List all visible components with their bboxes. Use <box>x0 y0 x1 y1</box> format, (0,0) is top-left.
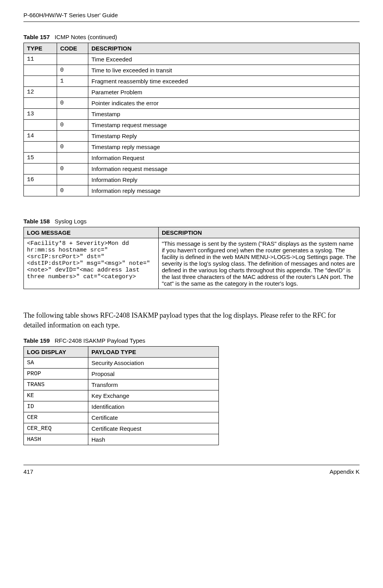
table158-caption: Table 158 Syslog Logs <box>23 218 360 225</box>
td-desc: Timestamp reply message <box>88 142 360 153</box>
table-row: PROP Proposal <box>24 369 219 379</box>
table-row: 0 Timestamp request message <box>24 120 360 131</box>
intro-paragraph: The following table shows RFC-2408 ISAKM… <box>23 311 360 330</box>
td-code <box>57 87 88 98</box>
table-row: 14 Timestamp Reply <box>24 131 360 142</box>
td-desc: Information request message <box>88 164 360 174</box>
td-code: 0 <box>57 142 88 153</box>
td-type: 14 <box>24 131 57 142</box>
table157-caption-prefix: Table 157 <box>23 34 50 40</box>
page-footer: 417 Appendix K <box>23 465 360 475</box>
td-payload-type: Hash <box>88 434 219 445</box>
table-row: 1 Fragment reassembly time exceeded <box>24 76 360 87</box>
th-type: TYPE <box>24 43 57 54</box>
td-log-display: CER <box>24 412 88 423</box>
td-payload-type: Key Exchange <box>88 390 219 401</box>
td-code <box>57 54 88 65</box>
table157-caption: Table 157 ICMP Notes (continued) <box>23 34 360 40</box>
td-desc: Information Request <box>88 153 360 164</box>
page-header-title: P-660H/HW/W-T Series User' Guide <box>23 12 360 18</box>
footer-page-number: 417 <box>23 468 33 475</box>
td-desc: Pointer indicates the error <box>88 98 360 109</box>
table-row: 0 Information reply message <box>24 185 360 196</box>
td-desc: Parameter Problem <box>88 87 360 98</box>
td-payload-type: Identification <box>88 401 219 412</box>
td-desc: Timestamp Reply <box>88 131 360 142</box>
td-type <box>24 164 57 174</box>
table159-caption: Table 159 RFC-2408 ISAKMP Payload Types <box>23 337 360 344</box>
td-type: 11 <box>24 54 57 65</box>
table-row: 0 Pointer indicates the error <box>24 98 360 109</box>
td-type <box>24 142 57 153</box>
td-payload-type: Security Association <box>88 358 219 369</box>
table-header-row: LOG MESSAGE DESCRIPTION <box>24 227 360 238</box>
payload-table: LOG DISPLAY PAYLOAD TYPE SA Security Ass… <box>23 346 219 445</box>
footer-appendix: Appendix K <box>329 468 360 475</box>
td-code: 0 <box>57 185 88 196</box>
td-log-display: PROP <box>24 369 88 379</box>
table158-caption-text: Syslog Logs <box>55 218 87 225</box>
th-description: DESCRIPTION <box>88 43 360 54</box>
td-code <box>57 174 88 185</box>
table-row: KE Key Exchange <box>24 390 219 401</box>
th-code: CODE <box>57 43 88 54</box>
td-payload-type: Proposal <box>88 369 219 379</box>
header-divider <box>23 22 360 22</box>
th-log-message: LOG MESSAGE <box>24 227 159 238</box>
table-row: 16 Information Reply <box>24 174 360 185</box>
td-description: "This message is sent by the system ("RA… <box>159 238 360 289</box>
td-type: 15 <box>24 153 57 164</box>
td-code: 0 <box>57 164 88 174</box>
table-header-row: LOG DISPLAY PAYLOAD TYPE <box>24 347 219 358</box>
td-code: 0 <box>57 120 88 131</box>
td-desc: Timestamp request message <box>88 120 360 131</box>
td-type <box>24 98 57 109</box>
td-code <box>57 153 88 164</box>
td-code <box>57 109 88 120</box>
td-code: 0 <box>57 65 88 76</box>
td-payload-type: Certificate Request <box>88 423 219 434</box>
table-row: TRANS Transform <box>24 379 219 390</box>
td-code: 0 <box>57 98 88 109</box>
td-type <box>24 65 57 76</box>
td-type <box>24 76 57 87</box>
td-payload-type: Certificate <box>88 412 219 423</box>
table-row: 0 Timestamp reply message <box>24 142 360 153</box>
table-row: CER Certificate <box>24 412 219 423</box>
td-desc: Time to live exceeded in transit <box>88 65 360 76</box>
td-log-display: SA <box>24 358 88 369</box>
td-payload-type: Transform <box>88 379 219 390</box>
table-row: <Facility*8 + Severity>Mon dd hr:mm:ss h… <box>24 238 360 289</box>
table-row: 13 Timestamp <box>24 109 360 120</box>
td-desc: Information Reply <box>88 174 360 185</box>
table-row: 12 Parameter Problem <box>24 87 360 98</box>
th-description: DESCRIPTION <box>159 227 360 238</box>
table-row: 11 Time Exceeded <box>24 54 360 65</box>
table157-caption-text: ICMP Notes (continued) <box>55 34 117 40</box>
th-payload-type: PAYLOAD TYPE <box>88 347 219 358</box>
td-log-display: TRANS <box>24 379 88 390</box>
table-row: CER_REQ Certificate Request <box>24 423 219 434</box>
table-row: 0 Information request message <box>24 164 360 174</box>
table-row: HASH Hash <box>24 434 219 445</box>
td-type: 16 <box>24 174 57 185</box>
table159-caption-prefix: Table 159 <box>23 337 50 344</box>
syslog-table: LOG MESSAGE DESCRIPTION <Facility*8 + Se… <box>23 227 360 289</box>
td-log-display: ID <box>24 401 88 412</box>
td-log-display: HASH <box>24 434 88 445</box>
table-row: 0 Time to live exceeded in transit <box>24 65 360 76</box>
td-log-display: CER_REQ <box>24 423 88 434</box>
td-type <box>24 185 57 196</box>
table-header-row: TYPE CODE DESCRIPTION <box>24 43 360 54</box>
td-desc: Time Exceeded <box>88 54 360 65</box>
table158-caption-prefix: Table 158 <box>23 218 50 225</box>
td-code: 1 <box>57 76 88 87</box>
td-desc: Fragment reassembly time exceeded <box>88 76 360 87</box>
table-row: ID Identification <box>24 401 219 412</box>
td-log-display: KE <box>24 390 88 401</box>
th-log-display: LOG DISPLAY <box>24 347 88 358</box>
td-desc: Information reply message <box>88 185 360 196</box>
td-desc: Timestamp <box>88 109 360 120</box>
table-row: 15 Information Request <box>24 153 360 164</box>
table159-caption-text: RFC-2408 ISAKMP Payload Types <box>55 337 145 344</box>
